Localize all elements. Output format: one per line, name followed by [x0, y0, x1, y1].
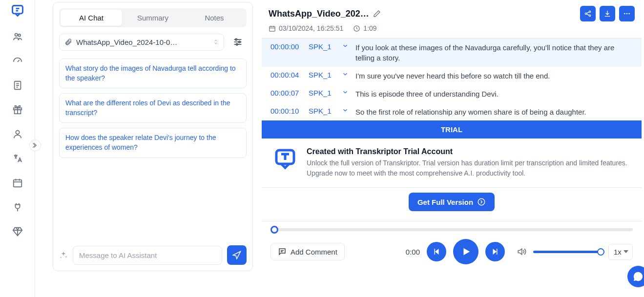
clock-icon	[353, 25, 360, 32]
transcript-speaker[interactable]: SPK_1	[309, 89, 335, 97]
next-button[interactable]	[485, 242, 505, 261]
transcript-time[interactable]: 00:00:07	[270, 89, 302, 97]
trial-body: Unlock the full version of Transkriptor.…	[307, 158, 630, 178]
volume-thumb[interactable]	[597, 248, 604, 256]
speed-select[interactable]: 1x	[608, 244, 633, 260]
meta-duration: 1:09	[353, 24, 376, 32]
ai-chat-panel: AI Chat Summary Notes WhatsApp_Video_202…	[53, 2, 253, 271]
svg-point-9	[239, 41, 240, 42]
player-controls: Add Comment 0:00 1x	[270, 239, 633, 264]
suggestion-list: What story do the images of Navadurga te…	[59, 59, 247, 158]
chat-input[interactable]	[73, 246, 222, 265]
full-version-wrap: Get Full Version	[262, 188, 642, 221]
svg-point-16	[628, 13, 630, 15]
tab-ai-chat[interactable]: AI Chat	[61, 10, 122, 26]
previous-button[interactable]	[427, 242, 446, 261]
transkriptor-logo-icon	[273, 147, 297, 171]
svg-point-2	[18, 34, 21, 37]
transcript-text[interactable]: This is episode three of understanding D…	[355, 89, 633, 99]
arrow-circle-icon	[477, 198, 486, 206]
sliders-icon	[233, 37, 243, 47]
suggestion-item[interactable]: How does the speaker relate Devi's journ…	[59, 128, 247, 158]
transcript-time[interactable]: 00:00:00	[270, 42, 302, 51]
transcript-text[interactable]: If you look at these images of the Navad…	[355, 42, 633, 63]
transcript-text[interactable]: So the first role of relationship any wo…	[355, 107, 633, 117]
trial-title: Created with Transkriptor Trial Account	[307, 147, 630, 156]
transcript-time[interactable]: 00:00:10	[270, 107, 302, 115]
header-actions	[580, 6, 635, 21]
transcript-row[interactable]: 00:00:04 SPK_1 I'm sure you've never hea…	[262, 67, 642, 85]
svg-rect-0	[12, 6, 22, 14]
svg-rect-17	[270, 26, 275, 31]
get-full-version-button[interactable]: Get Full Version	[409, 193, 495, 211]
progress-bar[interactable]	[270, 228, 633, 231]
transcript-text[interactable]: I'm sure you've never heard this before …	[355, 71, 633, 81]
meta-date: 03/10/2024, 16:25:51	[269, 24, 343, 32]
app-logo-icon	[11, 4, 24, 18]
suggestion-item[interactable]: What are the different roles of Devi as …	[59, 93, 247, 123]
more-button[interactable]	[619, 6, 635, 21]
diamond-icon[interactable]	[12, 226, 23, 237]
suggestion-item[interactable]: What story do the images of Navadurga te…	[59, 59, 247, 88]
time-display: 0:00	[406, 248, 420, 256]
transcript-meta: 03/10/2024, 16:25:51 1:09	[262, 21, 642, 38]
transcript-time[interactable]: 00:00:04	[270, 71, 302, 79]
transcript-row[interactable]: 00:00:10 SPK_1 So the first role of rela…	[262, 103, 642, 120]
gauge-icon[interactable]	[12, 56, 23, 66]
gift-icon[interactable]	[12, 104, 23, 115]
volume-icon[interactable]	[517, 247, 526, 257]
transcript-speaker[interactable]: SPK_1	[309, 42, 335, 51]
help-bubble[interactable]	[627, 266, 644, 287]
people-icon[interactable]	[12, 31, 23, 42]
tab-notes[interactable]: Notes	[184, 10, 245, 26]
transcript-list[interactable]: 00:00:00 SPK_1 If you look at these imag…	[262, 38, 642, 120]
calendar-icon[interactable]	[12, 178, 23, 188]
translate-icon[interactable]	[12, 153, 23, 164]
svg-point-20	[478, 198, 485, 205]
sidebar-collapse-button[interactable]	[29, 139, 41, 151]
edit-icon[interactable]	[373, 10, 381, 18]
transcript-panel: WhatsApp_Video_202… 03/10/2024, 16:25:51…	[262, 2, 642, 271]
send-button[interactable]	[227, 245, 247, 265]
user-icon[interactable]	[12, 129, 23, 139]
svg-point-8	[235, 39, 237, 40]
transcript-row[interactable]: 00:00:00 SPK_1 If you look at these imag…	[262, 39, 642, 67]
chevron-down-icon[interactable]	[342, 107, 349, 114]
file-name: WhatsApp_Video_2024-10-0…	[76, 38, 209, 46]
play-button[interactable]	[453, 239, 478, 264]
play-icon	[460, 246, 471, 257]
plug-icon[interactable]	[12, 202, 23, 213]
paperclip-icon	[64, 38, 72, 46]
volume-slider[interactable]	[533, 251, 602, 253]
chat-input-row	[53, 239, 252, 271]
chevron-right-icon	[32, 142, 39, 149]
transcript-row[interactable]: 00:00:07 SPK_1 This is episode three of …	[262, 85, 642, 103]
file-selector[interactable]: WhatsApp_Video_2024-10-0…	[59, 34, 224, 51]
document-icon[interactable]	[12, 80, 23, 91]
audio-player: Add Comment 0:00 1x	[262, 221, 642, 271]
svg-rect-7	[13, 180, 21, 187]
share-icon	[584, 10, 592, 18]
download-button[interactable]	[600, 6, 615, 21]
skip-back-icon	[432, 247, 441, 256]
svg-point-15	[626, 13, 628, 15]
transcript-speaker[interactable]: SPK_1	[309, 71, 335, 79]
chevron-down-icon[interactable]	[342, 89, 349, 96]
chevron-updown-icon	[213, 38, 219, 46]
chevron-down-icon[interactable]	[342, 71, 349, 78]
trial-text: Created with Transkriptor Trial Account …	[307, 147, 630, 178]
sparkle-icon	[59, 251, 68, 259]
file-title: WhatsApp_Video_202…	[269, 9, 369, 19]
svg-point-10	[236, 43, 238, 45]
chat-tabs: AI Chat Summary Notes	[59, 8, 247, 27]
add-comment-button[interactable]: Add Comment	[270, 243, 345, 260]
tab-summary[interactable]: Summary	[122, 10, 184, 26]
trial-box: Created with Transkriptor Trial Account …	[262, 139, 642, 188]
transcript-speaker[interactable]: SPK_1	[309, 107, 335, 115]
chevron-down-icon[interactable]	[342, 42, 349, 49]
progress-thumb[interactable]	[270, 226, 278, 234]
filter-button[interactable]	[229, 33, 247, 51]
share-button[interactable]	[580, 6, 596, 21]
svg-point-6	[16, 131, 19, 134]
send-icon	[232, 250, 242, 260]
